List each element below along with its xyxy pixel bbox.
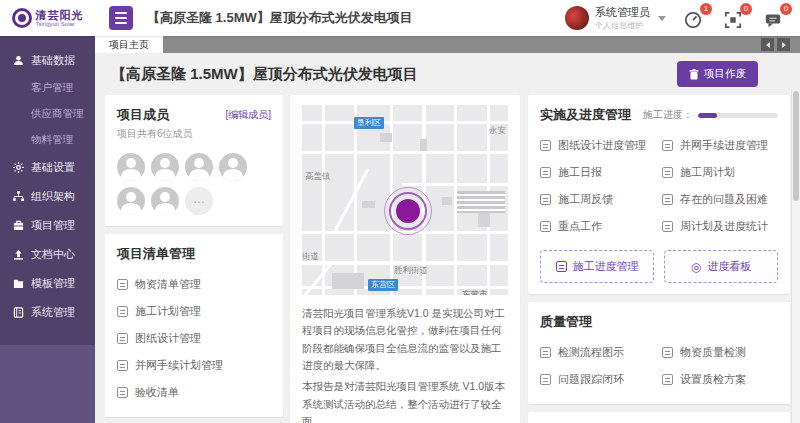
link-inspection-flow-chart[interactable]: 检测流程图示 xyxy=(540,339,656,366)
user-menu[interactable]: 系统管理员 个人信息维护 xyxy=(565,5,666,31)
quality-card: 质量管理 检测流程图示 物资质量检测 问题跟踪闭环 设置质检方案 xyxy=(528,302,790,404)
map-street-center-label: 胜利街道 xyxy=(394,265,428,277)
upload-icon xyxy=(13,249,24,260)
document-icon xyxy=(540,194,551,205)
link-drawing-design-mgmt[interactable]: 图纸设计管理 xyxy=(117,325,271,352)
folder-icon xyxy=(13,278,24,289)
link-problems-difficulties[interactable]: 存在的问题及困难 xyxy=(662,186,778,213)
progress-title: 实施及进度管理 xyxy=(540,106,631,124)
document-icon xyxy=(662,374,673,385)
member-avatar[interactable] xyxy=(151,187,179,215)
link-key-work[interactable]: 重点工作 xyxy=(540,213,656,240)
main-scrollbar[interactable] xyxy=(791,89,800,423)
checklist-title: 项目清单管理 xyxy=(117,245,271,263)
document-icon xyxy=(540,374,551,385)
members-title: 项目成员 xyxy=(117,106,169,124)
sidebar-item-system-mgmt[interactable]: 系统管理 xyxy=(0,298,95,327)
members-card: 项目成员 [编辑成员] 项目共有6位成员 … xyxy=(105,95,283,226)
tab-project-update-log[interactable]: 项目更新日志 xyxy=(528,412,659,423)
project-void-button[interactable]: 项目作废 xyxy=(677,61,758,87)
map-district-label-top: 垦利区 xyxy=(354,117,384,129)
progress-card: 实施及进度管理 施工进度： 图纸设计进度管理 并网手续进度管理 施工日报 施工周… xyxy=(528,95,790,294)
link-grid-progress-mgmt[interactable]: 并网手续进度管理 xyxy=(662,132,778,159)
logs-card: 项目更新日志 项目施工日报 修改 测试权限问题 系统管理员 2017-06-16… xyxy=(528,412,790,423)
document-icon xyxy=(662,347,673,358)
map-street-left-label: 街道 xyxy=(302,251,319,263)
member-avatar[interactable] xyxy=(185,153,213,181)
document-icon xyxy=(662,167,673,178)
eye-icon: ◎ xyxy=(691,260,701,274)
link-construction-plan-mgmt[interactable]: 施工计划管理 xyxy=(117,298,271,325)
tab-scroll-left-button[interactable] xyxy=(761,38,774,51)
arrow-right-icon xyxy=(782,42,786,48)
link-weekly-feedback[interactable]: 施工周反馈 xyxy=(540,186,656,213)
link-plan-progress-stats[interactable]: 周计划及进度统计 xyxy=(662,213,778,240)
message-notification-button[interactable]: 0 xyxy=(764,7,786,29)
sidebar-item-template-mgmt[interactable]: 模板管理 xyxy=(0,269,95,298)
tab-project-home[interactable]: 项目主页 xyxy=(95,36,163,53)
link-weekly-plan[interactable]: 施工周计划 xyxy=(662,159,778,186)
sidebar-item-customer-mgmt[interactable]: 客户管理 xyxy=(0,75,95,101)
map-town-label: 高盖镇 xyxy=(305,171,331,183)
scan-notification-button[interactable]: 0 xyxy=(724,7,746,29)
member-avatar[interactable] xyxy=(151,153,179,181)
quality-title: 质量管理 xyxy=(540,313,778,331)
member-avatar[interactable] xyxy=(117,153,145,181)
link-quality-plan-setup[interactable]: 设置质检方案 xyxy=(662,366,778,393)
document-icon xyxy=(117,306,128,317)
link-material-list-mgmt[interactable]: 物资清单管理 xyxy=(117,271,271,298)
link-daily-report[interactable]: 施工日报 xyxy=(540,159,656,186)
notification-badge: 0 xyxy=(740,3,752,15)
link-drawing-progress-mgmt[interactable]: 图纸设计进度管理 xyxy=(540,132,656,159)
briefcase-icon xyxy=(13,220,24,231)
sidebar-item-basic-settings[interactable]: 基础设置 xyxy=(0,153,95,182)
document-icon xyxy=(540,140,551,151)
link-acceptance-list[interactable]: 验收清单 xyxy=(117,379,271,406)
progress-label: 施工进度： xyxy=(643,108,693,122)
sidebar-item-project-mgmt[interactable]: 项目管理 xyxy=(0,211,95,240)
sidebar-item-org-structure[interactable]: 组织架构 xyxy=(0,182,95,211)
construction-progress-bar xyxy=(698,113,778,118)
construction-progress-mgmt-button[interactable]: 施工进度管理 xyxy=(540,250,654,283)
project-location-marker[interactable] xyxy=(384,187,432,235)
sidebar-item-supplier-mgmt[interactable]: 供应商管理 xyxy=(0,101,95,127)
app-logo[interactable]: 清芸阳光 Tsingyun Solar xyxy=(0,0,95,36)
edit-members-link[interactable]: [编辑成员] xyxy=(225,108,271,122)
logo-title: 清芸阳光 xyxy=(36,10,84,21)
link-issue-tracking-loop[interactable]: 问题跟踪闭环 xyxy=(540,366,656,393)
logo-subtitle: Tsingyun Solar xyxy=(36,21,84,27)
sidebar-item-material-mgmt[interactable]: 物料管理 xyxy=(0,127,95,153)
member-avatar[interactable] xyxy=(117,187,145,215)
document-icon xyxy=(540,167,551,178)
map-building-block xyxy=(457,191,505,213)
link-grid-procedure-plan-mgmt[interactable]: 并网手续计划管理 xyxy=(117,352,271,379)
page-title: 【高原圣隆 1.5MW】屋顶分布式光伏发电项目 xyxy=(111,65,418,84)
map-area-label: 永安 xyxy=(489,125,506,137)
document-icon xyxy=(662,194,673,205)
progress-board-button[interactable]: ◎进度看板 xyxy=(664,250,778,283)
user-profile-link[interactable]: 个人信息维护 xyxy=(595,20,650,31)
chevron-down-icon xyxy=(658,16,666,21)
map-district-label-bottom: 东营区 xyxy=(368,279,398,291)
sidebar-item-doc-center[interactable]: 文档中心 xyxy=(0,240,95,269)
tab-scroll-right-button[interactable] xyxy=(777,38,790,51)
project-location-map[interactable]: 垦利区 东营区 永安 高盖镇 街道 胜利街道 东营市 xyxy=(302,105,508,295)
scan-icon xyxy=(724,11,742,29)
link-material-quality-check[interactable]: 物资质量检测 xyxy=(662,339,778,366)
scrollbar-thumb[interactable] xyxy=(793,91,799,201)
page-header: 【高原圣隆 1.5MW】屋顶分布式光伏发电项目 项目作废 xyxy=(95,53,800,95)
more-members-button[interactable]: … xyxy=(185,187,213,215)
dashboard-icon xyxy=(684,11,702,29)
menu-toggle-button[interactable] xyxy=(109,6,133,30)
logo-icon xyxy=(12,8,32,28)
dashboard-notification-button[interactable]: 1 xyxy=(684,7,706,29)
project-description: 清芸阳光项目管理系统V1.0 是实现公司对工程项目的现场信息化管控，做到在项目任… xyxy=(290,295,520,423)
user-avatar xyxy=(565,6,589,30)
document-icon xyxy=(117,360,128,371)
message-icon xyxy=(764,11,782,29)
document-icon xyxy=(117,333,128,344)
member-avatar[interactable] xyxy=(219,153,247,181)
sidebar-item-basic-data[interactable]: 基础数据 xyxy=(0,46,95,75)
tab-project-daily-report[interactable]: 项目施工日报 xyxy=(659,412,790,423)
checklist-card: 项目清单管理 物资清单管理 施工计划管理 图纸设计管理 并网手续计划管理 验收清… xyxy=(105,234,283,417)
